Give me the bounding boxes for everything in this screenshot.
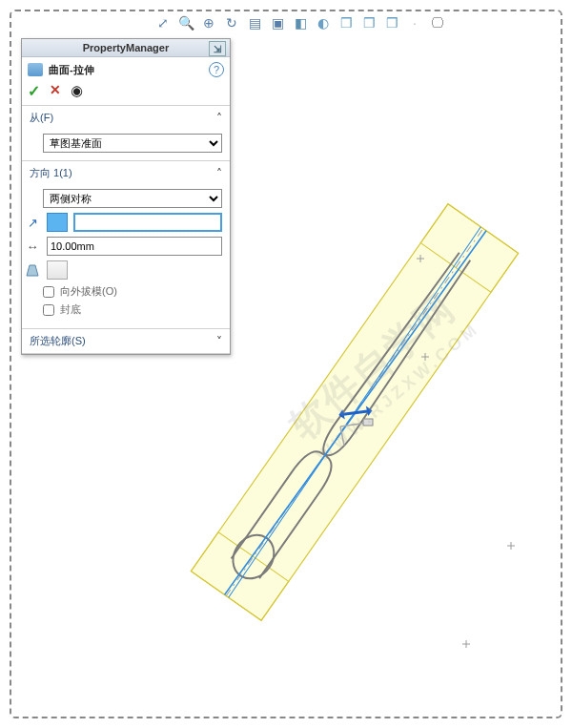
distance-field[interactable] — [47, 237, 222, 256]
action-row: ✓ ✕ ◉ — [22, 79, 230, 106]
appearance-icon[interactable]: ❒ — [360, 14, 378, 31]
section-contours: 所选轮廓(S) ˅ — [22, 329, 230, 354]
section-view-icon[interactable]: ▤ — [246, 14, 263, 31]
distance-icon: ↔ — [24, 238, 41, 255]
ok-button[interactable]: ✓ — [28, 82, 40, 100]
svg-marker-13 — [27, 265, 38, 276]
section-dir1-head[interactable]: 方向 1(1) ˄ — [22, 161, 230, 185]
property-manager-panel: PropertyManager ⇲ 曲面-拉伸 ? ✓ ✕ ◉ 从(F) ˄ 草… — [21, 38, 231, 355]
help-icon[interactable]: ? — [209, 62, 224, 77]
pin-icon[interactable]: ⇲ — [209, 41, 226, 56]
panel-titlebar: PropertyManager ⇲ — [22, 39, 230, 57]
zoom-area-icon[interactable]: 🔍 — [177, 14, 194, 31]
app-frame: 软件自学网 WWW.RJZXW.COM ⤢ 🔍 ⊕ ↻ ▤ ▣ ◧ ◐ ❒ ❒ … — [10, 10, 562, 718]
section-from: 从(F) ˄ 草图基准面 — [22, 106, 230, 161]
hide-show-icon[interactable]: ❒ — [337, 14, 355, 31]
feature-name: 曲面-拉伸 — [49, 63, 94, 77]
magnify-icon[interactable]: ⊕ — [200, 14, 217, 31]
extrude-surface-icon — [28, 63, 43, 76]
draft-angle-box[interactable] — [47, 260, 68, 280]
chevron-down-icon: ˅ — [216, 335, 222, 348]
direction-ref-field[interactable] — [73, 213, 222, 232]
view-orientation-icon[interactable]: ▣ — [269, 14, 286, 31]
chevron-up-icon: ˄ — [216, 167, 222, 180]
direction-ref-box[interactable] — [47, 213, 68, 232]
panel-title: PropertyManager — [83, 42, 169, 53]
scene-icon[interactable]: ◐ — [315, 14, 332, 31]
section-contours-head[interactable]: 所选轮廓(S) ˅ — [22, 329, 230, 353]
apply-scene-icon[interactable]: ❒ — [383, 14, 400, 31]
rotate-view-icon[interactable]: ↻ — [223, 14, 240, 31]
section-direction1: 方向 1(1) ˄ 两侧对称 ↗ ↔ — [22, 161, 230, 329]
zoom-fit-icon[interactable]: ⤢ — [154, 14, 172, 31]
preview-icon[interactable]: ◉ — [71, 82, 83, 100]
direction-arrow-icon[interactable]: ↗ — [24, 214, 41, 231]
svg-rect-12 — [363, 419, 373, 426]
display-style-icon[interactable]: ◧ — [292, 14, 309, 31]
draft-icon[interactable] — [24, 261, 41, 279]
from-select[interactable]: 草图基准面 — [43, 134, 222, 153]
draft-outward-checkbox[interactable] — [43, 286, 54, 298]
view-settings-icon[interactable]: 🖵 — [429, 14, 446, 31]
cancel-button[interactable]: ✕ — [50, 82, 61, 100]
heads-up-toolbar: ⤢ 🔍 ⊕ ↻ ▤ ▣ ◧ ◐ ❒ ❒ ❒ · 🖵 — [154, 14, 446, 31]
cap-end-check[interactable]: 封底 — [43, 302, 222, 317]
end-condition-select[interactable]: 两侧对称 — [43, 189, 222, 208]
section-from-head[interactable]: 从(F) ˄ — [22, 106, 230, 130]
chevron-up-icon: ˄ — [216, 112, 222, 125]
feature-header: 曲面-拉伸 ? — [22, 57, 230, 79]
draft-outward-check[interactable]: 向外拔模(O) — [43, 284, 222, 299]
separator-icon: · — [406, 14, 423, 31]
cap-end-checkbox[interactable] — [43, 304, 54, 316]
